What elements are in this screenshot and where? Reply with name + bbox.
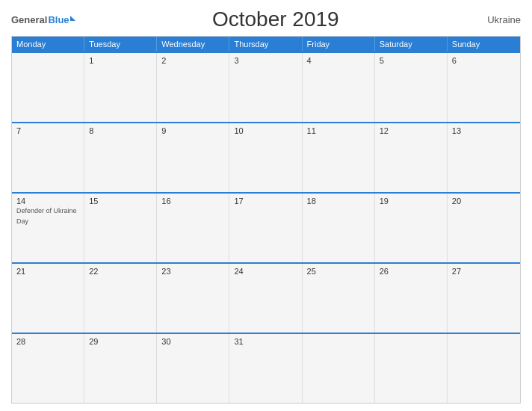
cell-w5-tue: 29 xyxy=(84,334,157,403)
page: General Blue October 2019 Ukraine Monday… xyxy=(0,0,532,411)
logo: General Blue xyxy=(11,14,75,25)
logo-blue: Blue xyxy=(48,14,69,25)
logo-general: General xyxy=(11,14,47,25)
cell-w2-fri: 11 xyxy=(303,123,375,192)
header: General Blue October 2019 Ukraine xyxy=(11,7,521,31)
cell-w3-sat: 19 xyxy=(375,194,448,262)
cell-w1-sun: 6 xyxy=(448,53,520,122)
header-saturday: Saturday xyxy=(375,37,448,52)
header-thursday: Thursday xyxy=(229,37,302,52)
cell-w2-mon: 7 xyxy=(12,123,84,192)
month-title: October 2019 xyxy=(75,7,476,31)
cell-w2-sun: 13 xyxy=(448,123,520,192)
cell-w5-thu: 31 xyxy=(229,334,302,403)
cell-w1-thu: 3 xyxy=(229,53,302,122)
cell-w1-mon xyxy=(12,53,84,122)
calendar: Monday Tuesday Wednesday Thursday Friday… xyxy=(11,36,521,404)
header-monday: Monday xyxy=(12,37,84,52)
cell-w4-sun: 27 xyxy=(448,264,520,333)
week-5: 28 29 30 31 xyxy=(12,333,520,403)
week-2: 7 8 9 10 11 12 13 xyxy=(12,122,520,192)
cell-w3-thu: 17 xyxy=(229,194,302,262)
week-1: 1 2 3 4 5 6 xyxy=(12,52,520,122)
cell-w4-wed: 23 xyxy=(157,264,229,333)
header-sunday: Sunday xyxy=(448,37,520,52)
cell-w1-wed: 2 xyxy=(157,53,229,122)
cell-w3-wed: 16 xyxy=(157,194,229,262)
cell-w3-tue: 15 xyxy=(84,194,157,262)
country-label: Ukraine xyxy=(476,14,521,25)
cell-w5-wed: 30 xyxy=(157,334,229,403)
cell-w4-mon: 21 xyxy=(12,264,84,333)
cell-w1-fri: 4 xyxy=(303,53,375,122)
cell-w5-mon: 28 xyxy=(12,334,84,403)
week-4: 21 22 23 24 25 26 27 xyxy=(12,262,520,333)
calendar-body: 1 2 3 4 5 6 7 8 9 10 11 12 13 14 xyxy=(12,52,520,403)
cell-w4-tue: 22 xyxy=(84,264,157,333)
cell-w4-fri: 25 xyxy=(303,264,375,333)
calendar-header: Monday Tuesday Wednesday Thursday Friday… xyxy=(12,37,520,52)
cell-w2-tue: 8 xyxy=(84,123,157,192)
cell-w3-fri: 18 xyxy=(303,194,375,262)
cell-w5-fri xyxy=(303,334,375,403)
cell-w5-sat xyxy=(375,334,448,403)
cell-w2-sat: 12 xyxy=(375,123,448,192)
cell-w1-sat: 5 xyxy=(375,53,448,122)
cell-w4-sat: 26 xyxy=(375,264,448,333)
cell-w2-wed: 9 xyxy=(157,123,229,192)
week-3: 14 Defender of Ukraine Day 15 16 17 18 1… xyxy=(12,192,520,262)
cell-w5-sun xyxy=(448,334,520,403)
header-friday: Friday xyxy=(303,37,375,52)
cell-w3-mon: 14 Defender of Ukraine Day xyxy=(12,194,84,262)
header-wednesday: Wednesday xyxy=(157,37,229,52)
header-tuesday: Tuesday xyxy=(84,37,157,52)
cell-w1-tue: 1 xyxy=(84,53,157,122)
cell-w4-thu: 24 xyxy=(229,264,302,333)
cell-w2-thu: 10 xyxy=(229,123,302,192)
cell-w3-sun: 20 xyxy=(448,194,520,262)
logo-triangle-icon xyxy=(70,16,75,21)
